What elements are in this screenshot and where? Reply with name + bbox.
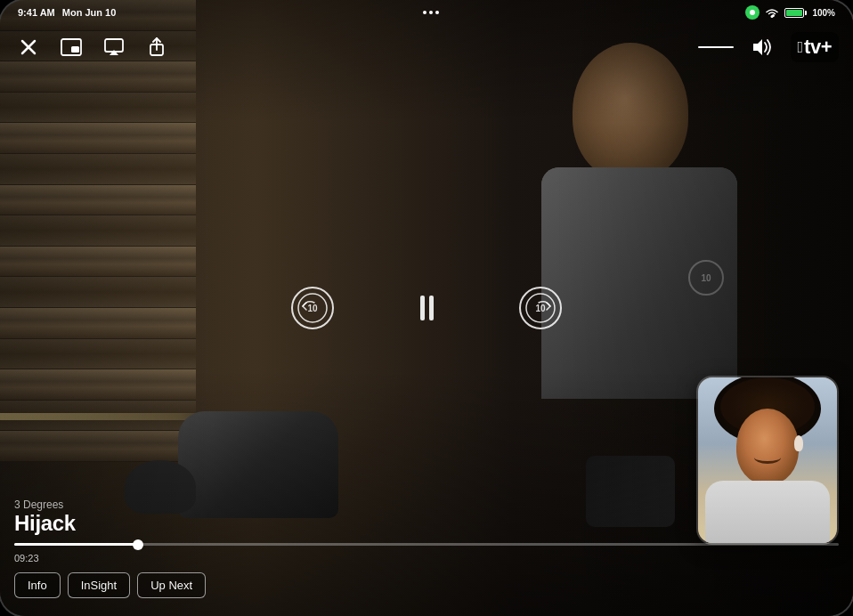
action-buttons: Info InSight Up Next	[14, 572, 839, 598]
battery-percent: 100%	[812, 8, 835, 18]
svg-text:10: 10	[535, 304, 546, 313]
volume-bar	[698, 46, 734, 48]
apple-tv-plus-logo:  tv+	[791, 32, 840, 62]
ipad-frame: 9:41 AM Mon Jun 10	[0, 0, 853, 616]
status-left: 9:41 AM Mon Jun 10	[18, 7, 116, 18]
svg-marker-9	[753, 39, 762, 55]
volume-button[interactable]	[748, 33, 776, 61]
svg-point-0	[771, 15, 774, 18]
screen-record-indicator	[745, 5, 760, 20]
status-center	[423, 11, 439, 14]
date-display: Mon Jun 10	[62, 7, 117, 18]
forward-button[interactable]: 10	[519, 287, 562, 329]
time-display: 09:23	[14, 553, 839, 563]
insight-button[interactable]: InSight	[68, 572, 130, 598]
controls-overlay:  tv+ 10	[0, 0, 853, 616]
pip-button[interactable]	[57, 33, 85, 61]
earbud	[794, 435, 803, 451]
top-controls:  tv+	[0, 25, 853, 69]
share-button[interactable]	[142, 33, 171, 61]
top-left-controls	[14, 33, 171, 61]
svg-text:10: 10	[307, 304, 318, 313]
apple-icon: 	[798, 38, 804, 57]
facetime-person	[727, 391, 808, 489]
status-right: 100%	[745, 5, 835, 20]
wifi-icon	[765, 7, 779, 18]
progress-thumb	[133, 539, 143, 550]
svg-marker-6	[110, 50, 118, 55]
close-button[interactable]	[14, 33, 43, 61]
status-bar: 9:41 AM Mon Jun 10	[0, 0, 853, 25]
tv-plus-text: tv+	[804, 36, 832, 59]
time-display: 9:41 AM	[18, 7, 55, 18]
battery-icon	[784, 8, 807, 18]
progress-fill	[14, 543, 138, 546]
facetime-overlay[interactable]	[696, 376, 839, 545]
svg-rect-4	[71, 46, 79, 53]
svg-rect-5	[105, 39, 123, 52]
pause-button[interactable]	[405, 287, 448, 329]
airplay-button[interactable]	[100, 33, 128, 61]
info-button[interactable]: Info	[14, 572, 61, 598]
center-controls: 10 10	[291, 287, 562, 329]
pause-icon	[420, 296, 434, 320]
top-right-controls:  tv+	[698, 32, 840, 62]
facetime-background	[698, 377, 837, 543]
facetime-body	[705, 481, 830, 543]
up-next-button[interactable]: Up Next	[137, 572, 206, 598]
rewind-button[interactable]: 10	[291, 287, 334, 329]
